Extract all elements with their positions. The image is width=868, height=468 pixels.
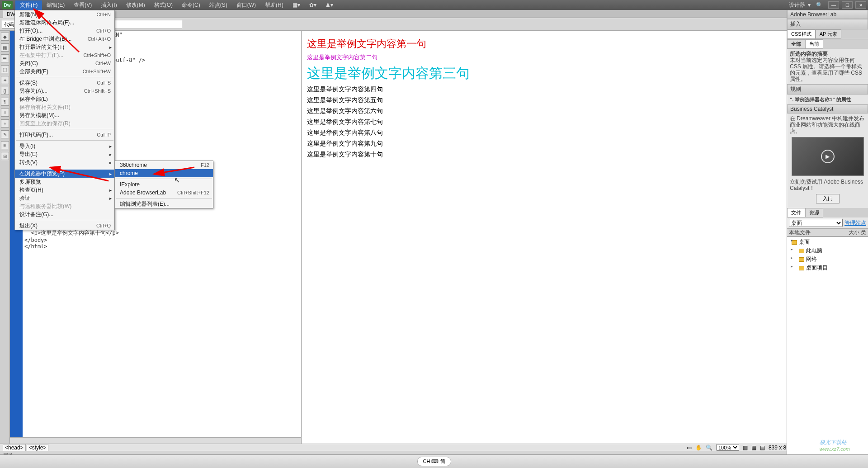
file-menu-item[interactable]: 检查页(H)▸ [15,186,114,194]
design-paragraph[interactable]: 这里是举例文字内容第二句 [307,53,863,61]
file-menu-item[interactable]: 另存为(A)...Ctrl+Shift+S [15,87,114,95]
file-menu-item[interactable]: 设计备注(G)... [15,210,114,218]
menu-命令(C)[interactable]: 命令(C) [177,0,205,10]
design-paragraph[interactable]: 这里是举例文字内容第五句 [307,96,863,104]
rail-icon[interactable]: ⊞ [1,152,9,160]
assets-tab[interactable]: 资源 [805,208,823,217]
file-menu-item[interactable]: 新建(N)...Ctrl+N [15,10,114,19]
rail-icon[interactable]: ⌗ [1,109,9,117]
file-menu-item[interactable]: 导入(I)▸ [15,142,114,150]
css-tab-ap[interactable]: AP 元素 [816,29,842,39]
bc-video-thumb[interactable]: ▶ [792,137,864,176]
preview-browser-item[interactable]: chrome [115,169,213,177]
zoom-select[interactable]: 100% [716,444,739,451]
rail-icon[interactable]: ✦ [1,76,9,84]
tree-node[interactable]: 桌面项目 [788,264,867,272]
file-menu-item[interactable]: 退出(X)Ctrl+Q [15,222,114,230]
design-view[interactable]: 这里是举例文字内容第一句这里是举例文字内容第二句这里是举例文字内容第三句这里是举… [302,31,868,444]
design-paragraph[interactable]: 这里是举例文字内容第十句 [307,151,863,159]
ruler-icon[interactable]: ▥ [743,444,748,451]
rail-icon[interactable]: ≡ [1,141,9,149]
rail-icon[interactable]: ¶ [1,98,9,106]
insert-panel-title[interactable]: 插入 [787,19,868,29]
menu-窗口(W)[interactable]: 窗口(W) [232,0,260,10]
file-menu-item[interactable]: 打印代码(P)...Ctrl+P [15,131,114,139]
col-local-files[interactable]: 本地文件 [789,229,849,236]
files-tab[interactable]: 文件 [787,208,805,217]
menu-格式(O)[interactable]: 格式(O) [150,0,177,10]
file-menu-item[interactable]: 另存为模板(M)... [15,111,114,119]
browserlab-title[interactable]: Adobe BrowserLab [787,10,868,19]
tree-node[interactable]: 此电脑 [788,246,867,255]
file-menu-item[interactable]: 在浏览器中预览(P)▸ [15,170,114,178]
zoom-icon[interactable]: 🔍 [706,444,712,451]
dropdown-arrow-icon[interactable]: ▾ [808,2,811,8]
bc-start-button[interactable]: 入门 [816,194,840,203]
tag-crumb[interactable]: <style> [27,444,49,451]
hand-icon[interactable]: ✋ [695,444,702,451]
manage-sites-link[interactable]: 管理站点 [844,220,866,226]
design-paragraph[interactable]: 这里是举例文字内容第七句 [307,118,863,126]
rail-icon[interactable]: ▦ [1,43,9,52]
layout-icon-3[interactable]: ♟▾ [321,1,338,9]
close-button[interactable]: ✕ [855,1,866,9]
site-select[interactable]: 桌面 [789,219,843,227]
business-catalyst-title[interactable]: Business Catalyst [787,104,868,113]
file-tree[interactable]: 桌面此电脑网络桌面项目 [787,236,868,458]
css-sub-current[interactable]: 当前 [805,39,823,49]
menu-修改(M)[interactable]: 修改(M) [122,0,150,10]
rail-icon[interactable]: ⎀ [1,119,9,128]
col-type[interactable]: 类 [861,229,866,236]
menu-编辑(E)[interactable]: 编辑(E) [42,0,69,10]
tree-node[interactable]: 桌面 [788,238,867,246]
file-menu-item[interactable]: 打开最近的文件(T)▸ [15,43,114,51]
menu-帮助(H)[interactable]: 帮助(H) [260,0,288,10]
file-menu-item[interactable]: 在 Bridge 中浏览(B)...Ctrl+Alt+O [15,35,114,43]
rail-icon[interactable]: {} [1,87,9,95]
col-size[interactable]: 大小 [849,229,859,236]
grid-icon[interactable]: ▦ [751,444,756,451]
preview-browser-item[interactable]: 360chromeF12 [115,161,213,169]
maximize-button[interactable]: ☐ [842,1,853,9]
tag-crumb[interactable]: <head> [3,444,26,451]
css-sub-all[interactable]: 全部 [787,39,805,49]
design-paragraph[interactable]: 这里是举例文字内容第九句 [307,140,863,148]
search-icon[interactable]: 🔍 [813,2,826,8]
file-menu-item[interactable]: 新建流体网格布局(F)... [15,19,114,27]
preview-browser-item[interactable]: Adobe BrowserLabCtrl+Shift+F12 [115,189,213,197]
menu-插入(I)[interactable]: 插入(I) [96,0,121,10]
file-menu-item[interactable]: 保存全部(L) [15,95,114,103]
minimize-button[interactable]: — [828,1,839,9]
design-paragraph[interactable]: 这里是举例文字内容第一句 [307,37,863,51]
preview-browser-item[interactable]: IExplore [115,180,213,189]
guides-icon[interactable]: ▤ [760,444,765,451]
design-paragraph[interactable]: 这里是举例文字内容第四句 [307,85,863,94]
tree-node[interactable]: 网络 [788,255,867,264]
rail-icon[interactable]: ☰ [1,54,9,62]
rules-title[interactable]: 规则 [787,84,868,95]
menu-查看(V)[interactable]: 查看(V) [69,0,96,10]
rail-icon[interactable]: ◆ [1,33,9,41]
horizontal-scrollbar[interactable] [10,437,301,444]
file-menu-item[interactable]: 关闭(C)Ctrl+W [15,59,114,67]
preview-browser-item[interactable]: 编辑浏览器列表(E)... [115,200,213,208]
file-menu-item[interactable]: 验证▸ [15,194,114,202]
pointer-icon[interactable]: ▭ [687,444,692,451]
layout-icon-1[interactable]: ▦▾ [288,1,305,9]
css-tab-styles[interactable]: CSS样式 [787,29,816,39]
workspace-label[interactable]: 设计器 [789,1,805,9]
menu-站点(S)[interactable]: 站点(S) [205,0,232,10]
file-menu-item[interactable]: 打开(O)...Ctrl+O [15,27,114,35]
design-paragraph[interactable]: 这里是举例文字内容第六句 [307,107,863,115]
design-paragraph[interactable]: 这里是举例文字内容第八句 [307,129,863,137]
rail-icon[interactable]: ✎ [1,130,9,138]
file-menu-item[interactable]: 保存(S)Ctrl+S [15,79,114,87]
file-menu-item[interactable]: 导出(E)▸ [15,150,114,158]
menu-文件(F)[interactable]: 文件(F) [15,0,42,10]
file-menu-item[interactable]: 全部关闭(E)Ctrl+Shift+W [15,67,114,76]
rail-icon[interactable]: ⬚ [1,65,9,73]
ime-indicator[interactable]: CH ⌨ 简 [417,457,451,466]
file-menu-item[interactable]: 转换(V)▸ [15,158,114,166]
layout-icon-2[interactable]: ✿▾ [305,1,321,9]
file-menu-item[interactable]: 多屏预览 [15,178,114,186]
